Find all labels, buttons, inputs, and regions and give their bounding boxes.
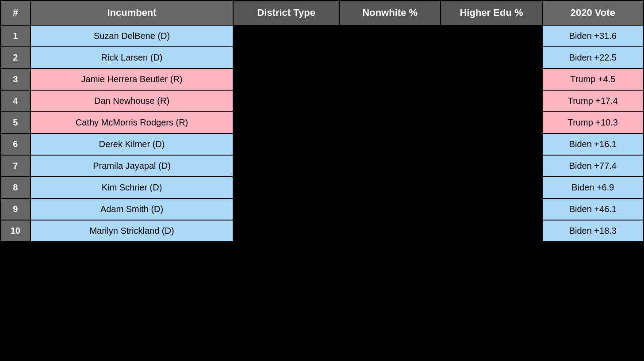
row-district <box>233 25 339 47</box>
row-district <box>233 177 339 198</box>
header-nonwhite: Nonwhite % <box>339 0 441 25</box>
table-row: 5 Cathy McMorris Rodgers (R) Trump +10.3 <box>0 112 644 133</box>
row-edu <box>441 198 542 220</box>
row-num: 9 <box>0 198 31 220</box>
table-row: 7 Pramila Jayapal (D) Biden +77.4 <box>0 155 644 177</box>
row-vote: Biden +46.1 <box>542 198 644 220</box>
row-num: 5 <box>0 112 31 133</box>
table-wrapper: # Incumbent District Type Nonwhite % Hig… <box>0 0 644 242</box>
row-district <box>233 220 339 242</box>
header-row: # Incumbent District Type Nonwhite % Hig… <box>0 0 644 25</box>
row-incumbent: Marilyn Strickland (D) <box>31 220 234 242</box>
row-vote: Biden +16.1 <box>542 133 644 155</box>
row-incumbent: Rick Larsen (D) <box>31 47 234 68</box>
row-edu <box>441 155 542 177</box>
row-num: 4 <box>0 90 31 112</box>
row-district <box>233 112 339 133</box>
row-incumbent: Derek Kilmer (D) <box>31 133 234 155</box>
row-edu <box>441 90 542 112</box>
row-nonwhite <box>339 112 441 133</box>
row-num: 1 <box>0 25 31 47</box>
header-vote: 2020 Vote <box>542 0 644 25</box>
row-incumbent: Adam Smith (D) <box>31 198 234 220</box>
row-vote: Biden +31.6 <box>542 25 644 47</box>
table-row: 2 Rick Larsen (D) Biden +22.5 <box>0 47 644 68</box>
row-num: 6 <box>0 133 31 155</box>
table-row: 6 Derek Kilmer (D) Biden +16.1 <box>0 133 644 155</box>
row-edu <box>441 177 542 198</box>
row-incumbent: Suzan DelBene (D) <box>31 25 234 47</box>
row-num: 7 <box>0 155 31 177</box>
row-edu <box>441 112 542 133</box>
row-nonwhite <box>339 155 441 177</box>
row-vote: Biden +6.9 <box>542 177 644 198</box>
row-vote: Biden +18.3 <box>542 220 644 242</box>
row-nonwhite <box>339 198 441 220</box>
row-district <box>233 198 339 220</box>
row-edu <box>441 68 542 90</box>
row-incumbent: Cathy McMorris Rodgers (R) <box>31 112 234 133</box>
row-vote: Trump +4.5 <box>542 68 644 90</box>
row-district <box>233 133 339 155</box>
row-edu <box>441 25 542 47</box>
table-row: 9 Adam Smith (D) Biden +46.1 <box>0 198 644 220</box>
row-num: 8 <box>0 177 31 198</box>
row-district <box>233 47 339 68</box>
row-nonwhite <box>339 220 441 242</box>
row-nonwhite <box>339 68 441 90</box>
row-vote: Biden +22.5 <box>542 47 644 68</box>
row-edu <box>441 220 542 242</box>
header-incumbent: Incumbent <box>31 0 234 25</box>
row-district <box>233 68 339 90</box>
row-num: 10 <box>0 220 31 242</box>
row-incumbent: Pramila Jayapal (D) <box>31 155 234 177</box>
row-nonwhite <box>339 133 441 155</box>
table-row: 8 Kim Schrier (D) Biden +6.9 <box>0 177 644 198</box>
row-vote: Biden +77.4 <box>542 155 644 177</box>
row-vote: Trump +10.3 <box>542 112 644 133</box>
table-row: 10 Marilyn Strickland (D) Biden +18.3 <box>0 220 644 242</box>
row-num: 3 <box>0 68 31 90</box>
header-edu: Higher Edu % <box>441 0 542 25</box>
row-edu <box>441 133 542 155</box>
table-row: 4 Dan Newhouse (R) Trump +17.4 <box>0 90 644 112</box>
header-district: District Type <box>233 0 339 25</box>
row-vote: Trump +17.4 <box>542 90 644 112</box>
row-district <box>233 90 339 112</box>
row-nonwhite <box>339 25 441 47</box>
main-table: # Incumbent District Type Nonwhite % Hig… <box>0 0 644 242</box>
row-incumbent: Dan Newhouse (R) <box>31 90 234 112</box>
header-num: # <box>0 0 31 25</box>
row-nonwhite <box>339 177 441 198</box>
table-row: 1 Suzan DelBene (D) Biden +31.6 <box>0 25 644 47</box>
row-district <box>233 155 339 177</box>
table-body: 1 Suzan DelBene (D) Biden +31.6 2 Rick L… <box>0 25 644 242</box>
row-num: 2 <box>0 47 31 68</box>
table-row: 3 Jamie Herrera Beutler (R) Trump +4.5 <box>0 68 644 90</box>
row-nonwhite <box>339 47 441 68</box>
row-nonwhite <box>339 90 441 112</box>
row-edu <box>441 47 542 68</box>
row-incumbent: Kim Schrier (D) <box>31 177 234 198</box>
row-incumbent: Jamie Herrera Beutler (R) <box>31 68 234 90</box>
